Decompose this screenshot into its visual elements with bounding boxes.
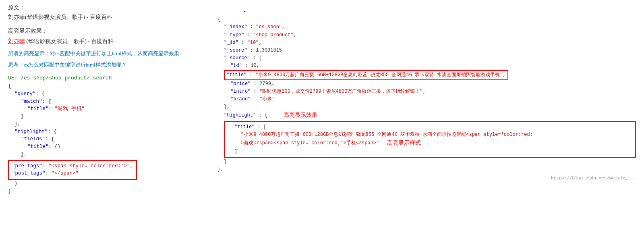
- right-hl-title-close: ]: [234, 148, 632, 156]
- code-line-query: "query": {: [14, 90, 209, 98]
- code-line-fields: "fields": {: [21, 135, 209, 143]
- right-panel: - { "_index" : "es_shop", "_type" : "sho…: [217, 4, 636, 195]
- right-hl-title-val-1: "小米9 4800万超广角三摄 6GB+128GB全息幻彩蓝 骁龙855 全网通…: [241, 131, 632, 139]
- highlight-result-box: "title" : [ "小米9 4800万超广角三摄 6GB+128GB全息幻…: [224, 121, 636, 158]
- highlight-effect-label: 高亮显示效果: [284, 111, 317, 120]
- highlight-result-display: 刘亦菲 (华语影视女演员、歌手) - 百度百科: [8, 38, 209, 45]
- highlight-result-suffix: (华语影视女演员、歌手) - 百度百科: [25, 38, 114, 44]
- right-intro: "intro" : "限时优惠200，成交价2799！索尼4800万广角微距三摄…: [230, 88, 636, 96]
- http-method-line: GET /es_shop/shop_product/_search: [8, 75, 209, 81]
- highlight-tags-box: "pre_tags": "<span style='color:red;'>",…: [8, 160, 137, 180]
- code-line-brace-close: }: [8, 187, 209, 195]
- original-label: 原文：: [8, 4, 209, 11]
- pre-tags-line: "pre_tags": "<span style='color:red;'>",: [12, 162, 133, 170]
- right-hl-title-key: "title" : [: [234, 123, 632, 131]
- highlight-style-label: 高亮显示样式: [387, 139, 421, 148]
- code-line-title-fields: "title": {}: [27, 143, 209, 151]
- highlight-row: "highlight" : { 高亮显示效果: [217, 111, 636, 120]
- highlighted-name: 刘亦菲: [8, 38, 25, 44]
- right-source: "_source" : {: [224, 54, 636, 62]
- right-brand: "brand" : "小米": [230, 96, 636, 103]
- right-dash: -: [243, 8, 636, 16]
- original-text: 刘亦菲(华语影视女演员、歌手) - 百度百科: [8, 14, 209, 21]
- code-line-highlight: "highlight": {: [14, 128, 209, 136]
- right-score: "_score" : 1.3091815,: [224, 47, 636, 54]
- right-code-block: - { "_index" : "es_shop", "_type" : "sho…: [217, 8, 636, 182]
- right-outer-close: },: [217, 166, 636, 173]
- url-link: https://blog.csdn.net/weixin_...: [217, 175, 636, 182]
- right-id: "_id" : "10",: [224, 39, 636, 47]
- right-source-close: },: [224, 103, 636, 111]
- post-tags-line: "post_tags": "</span>": [12, 170, 133, 177]
- code-line-query-close: },: [14, 121, 209, 128]
- code-line-match-close: }: [21, 113, 209, 121]
- title-highlight-border: "title" : "小米9 4800万超广角三摄 6GB+128GB全息幻彩蓝…: [224, 70, 508, 80]
- left-panel: 原文： 刘亦菲(华语影视女演员、歌手) - 百度百科 高亮显示效果： 刘亦菲 (…: [8, 4, 209, 195]
- code-line-match: "match": {: [21, 98, 209, 106]
- right-type: "_type" : "shop_product",: [224, 31, 636, 39]
- highlight-description: 所谓的高亮显示：对es匹配中关键字进行加上html样式，从而高亮显示效果: [8, 50, 209, 57]
- right-highlight-close: }: [224, 158, 636, 166]
- right-hl-title-val-2-row: >游戏</span><span style='color:red;'>手机</s…: [228, 139, 632, 148]
- code-line-highlight-close: }: [14, 180, 209, 187]
- right-index: "_index" : "es_shop",: [224, 23, 636, 31]
- left-code-block: { "query": { "match": { "title": "游戏 手机"…: [8, 83, 209, 195]
- right-hl-title-val-2: >游戏</span><span style='color:red;'>手机</s…: [241, 139, 379, 147]
- code-line-fields-close: },: [21, 151, 209, 158]
- code-line-title-query: "title": "游戏 手机": [27, 105, 209, 113]
- right-highlight-key: "highlight" : {: [224, 112, 267, 119]
- think-text: 思考：es怎么对匹配中关键字进行html样式添加呢？: [8, 61, 209, 69]
- code-line-brace-open: {: [8, 83, 209, 90]
- right-price: "price" : 2799,: [230, 80, 636, 88]
- page-container: 原文： 刘亦菲(华语影视女演员、歌手) - 百度百科 高亮显示效果： 刘亦菲 (…: [8, 4, 636, 195]
- highlight-section-label: 高亮显示效果：: [8, 27, 209, 35]
- right-source-id: "id" : 10,: [230, 62, 636, 70]
- right-brace-open: {: [217, 16, 636, 23]
